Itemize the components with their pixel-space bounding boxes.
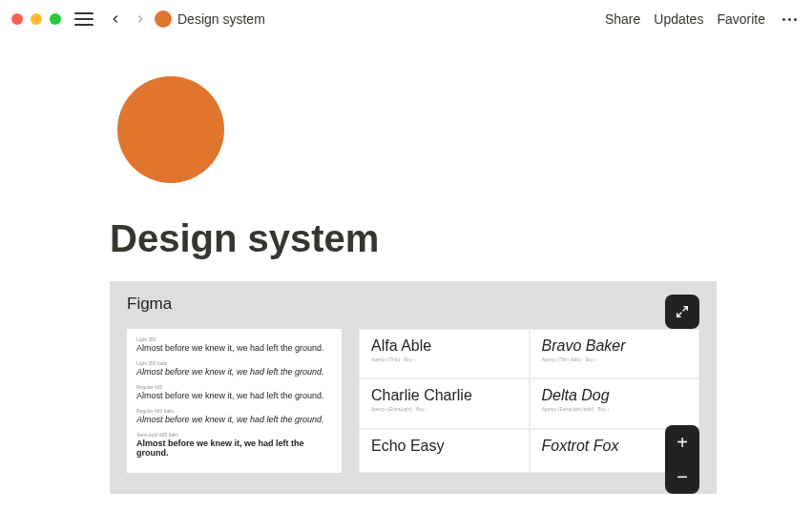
type-sample-panel: Light 300Almost before we knew it, we ha… xyxy=(127,329,342,473)
figma-canvas[interactable]: Light 300Almost before we knew it, we ha… xyxy=(127,329,699,473)
specimen-caption: Aperçu (Thin Italic) · Buy › xyxy=(542,357,688,362)
specimen-name: Bravo Baker xyxy=(542,337,688,355)
favorite-button[interactable]: Favorite xyxy=(717,11,765,27)
specimen-cell: Bravo BakerAperçu (Thin Italic) · Buy › xyxy=(530,329,700,378)
specimen-cell: Charlie CharlieAperçu (ExtraLight) · Buy… xyxy=(359,378,530,428)
type-sample-text: Almost before we knew it, we had left th… xyxy=(136,439,332,458)
specimen-caption: Aperçu (ExtraLight) · Buy › xyxy=(371,406,517,412)
type-sample-text: Almost before we knew it, we had left th… xyxy=(136,415,332,424)
close-window-button[interactable] xyxy=(11,13,23,25)
type-sample: Semi-bold 600 ItalicAlmost before we kne… xyxy=(136,432,332,458)
type-sample-label: Regular 400 Italic xyxy=(136,408,332,414)
nav-back-button[interactable] xyxy=(105,9,126,30)
specimen-name: Charlie Charlie xyxy=(371,387,517,404)
specimen-name: Delta Dog xyxy=(542,387,688,404)
type-sample: Regular 400 ItalicAlmost before we knew … xyxy=(136,408,332,424)
figma-embed-label: Figma xyxy=(127,295,699,314)
share-button[interactable]: Share xyxy=(605,11,640,27)
expand-fullscreen-button[interactable] xyxy=(665,295,699,329)
page-content: Design system Figma + − Light 300Almost … xyxy=(0,38,812,494)
topbar-actions: Share Updates Favorite xyxy=(605,11,801,27)
specimen-cell: Echo Easy xyxy=(359,429,530,473)
topbar: Design system Share Updates Favorite xyxy=(0,0,812,38)
specimen-cell: Delta DogAperçu (ExtraLight Italic) · Bu… xyxy=(530,378,700,428)
specimen-caption: Aperçu (ExtraLight Italic) · Buy › xyxy=(542,406,688,412)
breadcrumb-title: Design system xyxy=(177,11,265,27)
type-sample-label: Light 300 Italic xyxy=(136,360,332,366)
type-sample: Light 300Almost before we knew it, we ha… xyxy=(136,337,332,353)
page-icon[interactable] xyxy=(117,76,224,183)
specimen-cell: Alfa AbleAperçu (Thin) · Buy › xyxy=(359,329,530,378)
nav-forward-button[interactable] xyxy=(130,9,151,30)
zoom-in-button[interactable]: + xyxy=(665,425,699,459)
figma-embed: Figma + − Light 300Almost before we knew… xyxy=(110,281,717,494)
type-sample: Regular 400Almost before we knew it, we … xyxy=(136,384,332,400)
minimize-window-button[interactable] xyxy=(31,13,42,25)
specimen-name: Alfa Able xyxy=(371,337,517,355)
specimen-grid: Alfa AbleAperçu (Thin) · Buy ›Bravo Bake… xyxy=(359,329,699,473)
page-icon-small xyxy=(155,10,172,28)
window-traffic-lights xyxy=(11,13,61,25)
specimen-name: Echo Easy xyxy=(371,438,517,455)
zoom-controls: + − xyxy=(665,425,699,494)
hamburger-menu-icon[interactable] xyxy=(74,10,94,29)
more-menu-icon[interactable] xyxy=(779,14,801,25)
page-title[interactable]: Design system xyxy=(110,217,717,260)
updates-button[interactable]: Updates xyxy=(654,11,703,27)
type-sample-label: Light 300 xyxy=(136,337,332,342)
type-sample-text: Almost before we knew it, we had left th… xyxy=(136,391,332,400)
zoom-out-button[interactable]: − xyxy=(665,459,699,494)
specimen-caption: Aperçu (Thin) · Buy › xyxy=(371,357,517,362)
type-sample-text: Almost before we knew it, we had left th… xyxy=(136,343,332,353)
type-sample-label: Semi-bold 600 Italic xyxy=(136,432,332,438)
breadcrumb[interactable]: Design system xyxy=(155,10,265,28)
type-sample: Light 300 ItalicAlmost before we knew it… xyxy=(136,360,332,377)
type-sample-text: Almost before we knew it, we had left th… xyxy=(136,367,332,377)
type-sample-label: Regular 400 xyxy=(136,384,332,390)
maximize-window-button[interactable] xyxy=(50,13,61,25)
